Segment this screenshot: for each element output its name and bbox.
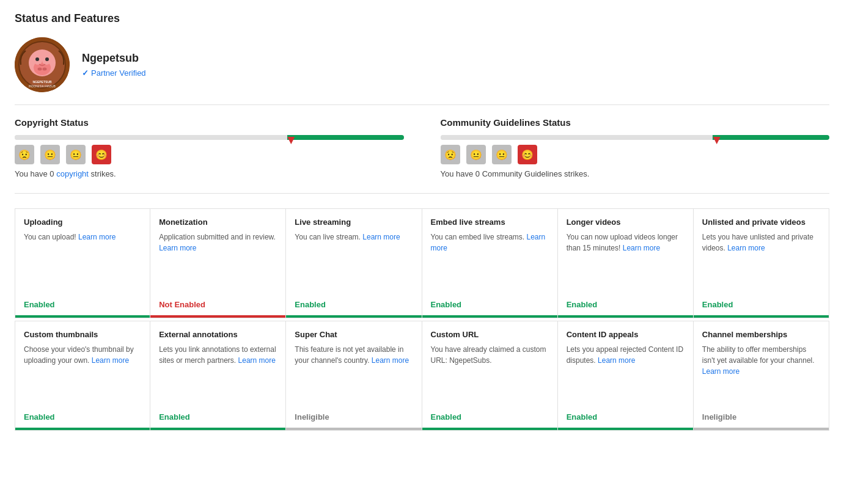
feature-learn-more-link[interactable]: Learn more: [727, 244, 765, 252]
feature-learn-more-link[interactable]: Learn more: [623, 244, 660, 252]
feature-status-bar: [286, 428, 421, 430]
feature-desc: This feature is not yet available in you…: [295, 344, 413, 400]
community-bar-fill: [713, 135, 829, 140]
feature-status-bar: [694, 428, 829, 430]
feature-status-bar: [150, 428, 285, 430]
feature-status: Enabled: [567, 406, 684, 422]
feature-card-external-annotations: External annotationsLets you link annota…: [150, 321, 286, 431]
copyright-status-title: Copyright Status: [15, 117, 404, 128]
feature-learn-more-link[interactable]: Learn more: [372, 356, 409, 365]
feature-learn-more-link[interactable]: Learn more: [92, 356, 129, 365]
copyright-bar-arrow: [287, 137, 295, 144]
feature-status-bar: [15, 315, 150, 318]
feature-card-unlisted-and-private-videos: Unlisted and private videosLets you have…: [694, 208, 829, 318]
feature-status-bar: [286, 315, 421, 318]
feature-status: Ineligible: [702, 406, 820, 422]
feature-desc: You can upload! Learn more: [24, 232, 141, 288]
copyright-link[interactable]: copyright: [56, 169, 89, 178]
avatar: NGEPETSUB INDONESIA FANSUB: [15, 37, 70, 92]
feature-status: Enabled: [159, 406, 277, 422]
feature-status: Enabled: [24, 294, 141, 309]
feature-status: Enabled: [295, 294, 413, 309]
status-section: Copyright Status 😟 😐 😐 😊 You have 0 copy…: [15, 117, 829, 194]
svg-text:INDONESIA FANSUB: INDONESIA FANSUB: [29, 85, 56, 88]
feature-title: Uploading: [24, 217, 141, 227]
feature-status: Enabled: [431, 294, 549, 309]
feature-title: Unlisted and private videos: [702, 217, 820, 227]
feature-status-bar: [558, 315, 693, 318]
copyright-status-block: Copyright Status 😟 😐 😐 😊 You have 0 copy…: [15, 117, 404, 178]
feature-card-custom-url: Custom URLYou have already claimed a cus…: [422, 321, 558, 431]
feature-desc: You can embed live streams. Learn more: [431, 232, 549, 288]
feature-desc: The ability to offer memberships isn't y…: [702, 344, 820, 400]
feature-title: Monetization: [159, 217, 277, 227]
feature-card-live-streaming: Live streamingYou can live stream. Learn…: [286, 208, 422, 318]
partner-verified: ✓ Partner Verified: [82, 68, 146, 78]
svg-text:NGEPETSUB: NGEPETSUB: [32, 80, 52, 84]
feature-status: Not Enabled: [159, 294, 277, 309]
feature-card-custom-thumbnails: Custom thumbnailsChoose your video's thu…: [15, 321, 150, 431]
feature-desc: You can live stream. Learn more: [295, 232, 413, 288]
face-3: 😐: [66, 145, 86, 164]
community-strike-bar: [441, 135, 830, 140]
feature-status: Enabled: [24, 406, 141, 422]
feature-status: Enabled: [567, 294, 684, 309]
feature-desc: Lets you appeal rejected Content ID disp…: [567, 344, 684, 400]
feature-card-embed-live-streams: Embed live streamsYou can embed live str…: [422, 208, 558, 318]
copyright-strike-text: You have 0 copyright strikes.: [15, 169, 404, 178]
channel-name: Ngepetsub: [82, 52, 146, 65]
feature-title: Longer videos: [567, 217, 684, 227]
community-face-1: 😟: [441, 145, 460, 164]
feature-desc: Lets you have unlisted and private video…: [702, 232, 820, 288]
feature-learn-more-link[interactable]: Learn more: [238, 356, 276, 365]
feature-title: Live streaming: [295, 217, 413, 227]
feature-title: Super Chat: [295, 330, 413, 339]
svg-point-6: [38, 68, 42, 71]
feature-learn-more-link[interactable]: Learn more: [702, 367, 739, 376]
feature-status: Enabled: [702, 294, 820, 309]
feature-title: Custom URL: [431, 330, 549, 339]
feature-card-content-id-appeals: Content ID appealsLets you appeal reject…: [558, 321, 694, 431]
feature-card-longer-videos: Longer videosYou can now upload videos l…: [558, 208, 694, 318]
community-faces: 😟 😐 😐 😊: [441, 145, 830, 164]
feature-status: Enabled: [431, 406, 549, 422]
feature-status: Ineligible: [295, 406, 413, 422]
feature-title: Custom thumbnails: [24, 330, 141, 339]
community-face-4: 😊: [518, 145, 537, 164]
community-strike-text: You have 0 Community Guidelines strikes.: [441, 169, 830, 178]
face-1: 😟: [15, 145, 34, 164]
feature-card-uploading: UploadingYou can upload! Learn moreEnabl…: [15, 208, 150, 318]
svg-point-7: [43, 68, 47, 71]
feature-learn-more-link[interactable]: Learn more: [362, 233, 400, 241]
page-title: Status and Features: [15, 12, 829, 25]
community-status-title: Community Guidelines Status: [441, 117, 830, 128]
feature-learn-more-link[interactable]: Learn more: [598, 356, 635, 365]
verified-checkmark: ✓: [82, 68, 89, 78]
copyright-strike-bar: [15, 135, 404, 140]
copyright-faces: 😟 😐 😐 😊: [15, 145, 404, 164]
feature-status-bar: [422, 428, 557, 430]
feature-learn-more-link[interactable]: Learn more: [431, 233, 546, 252]
community-status-block: Community Guidelines Status 😟 😐 😐 😊 You …: [441, 117, 830, 178]
status-features-page: Status and Features NGEPETSUB INDONESIA …: [0, 0, 844, 504]
features-row-1: UploadingYou can upload! Learn moreEnabl…: [15, 208, 829, 318]
feature-learn-more-link[interactable]: Learn more: [78, 233, 116, 241]
feature-card-monetization: MonetizationApplication submitted and in…: [150, 208, 286, 318]
feature-title: Content ID appeals: [567, 330, 684, 339]
verified-label: Partner Verified: [91, 68, 146, 78]
feature-card-super-chat: Super ChatThis feature is not yet availa…: [286, 321, 422, 431]
channel-header: NGEPETSUB INDONESIA FANSUB Ngepetsub ✓ P…: [15, 37, 829, 105]
feature-status-bar: [694, 315, 829, 318]
feature-learn-more-link[interactable]: Learn more: [159, 244, 196, 252]
feature-status-bar: [558, 428, 693, 430]
feature-desc: Application submitted and in review. Lea…: [159, 232, 277, 288]
face-2: 😐: [40, 145, 60, 164]
community-face-3: 😐: [492, 145, 512, 164]
svg-point-9: [45, 57, 49, 61]
feature-desc: Choose your video's thumbnail by uploadi…: [24, 344, 141, 400]
features-row-2: Custom thumbnailsChoose your video's thu…: [15, 321, 829, 431]
feature-title: Channel memberships: [702, 330, 820, 339]
feature-desc: You have already claimed a custom URL: N…: [431, 344, 549, 400]
copyright-bar-fill: [287, 135, 404, 140]
feature-status-bar: [150, 315, 285, 318]
